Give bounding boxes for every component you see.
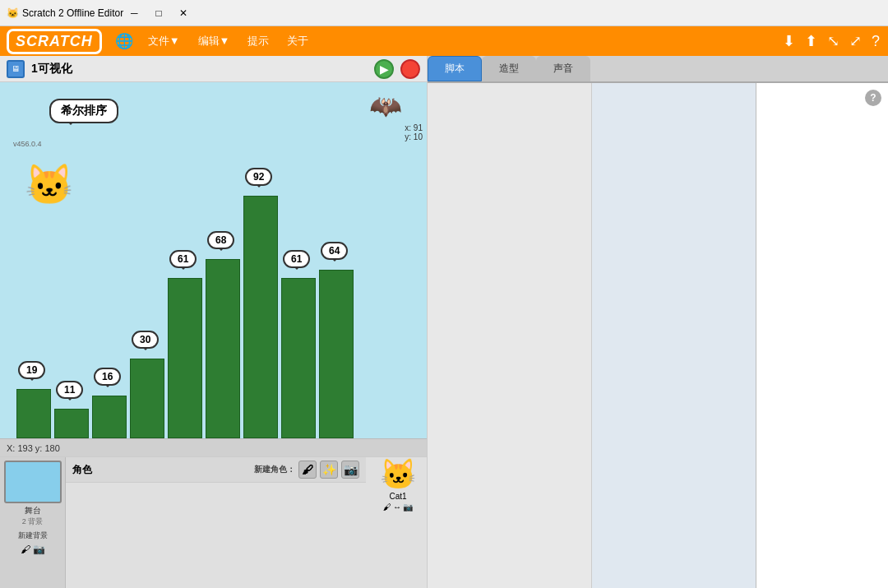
chart-value-bubble: 92 <box>245 168 272 186</box>
chart-value-bubble: 16 <box>94 368 121 386</box>
tab-script[interactable]: 脚本 <box>428 56 482 81</box>
sprite-name: 1可视化 <box>31 62 368 76</box>
chart-bar <box>319 270 354 438</box>
shrink-icon[interactable]: ⤢ <box>848 30 863 52</box>
new-background-button[interactable]: 新建背景 <box>18 530 48 541</box>
bar-group: 92 <box>243 196 278 438</box>
stage-thumbnail: 舞台 2 背景 新建背景 🖌 📷 <box>0 457 66 588</box>
chart-value-bubble: 11 <box>56 381 83 399</box>
sprites-header: 角色 新建角色： 🖌 ✨ 📷 <box>66 457 366 483</box>
bar-group: 19 <box>16 389 51 438</box>
tab-costume[interactable]: 造型 <box>482 56 536 81</box>
minimize-button[interactable]: ─ <box>123 5 145 21</box>
new-sprite-buttons: 新建角色： 🖌 ✨ 📷 <box>254 461 359 479</box>
window-controls: ─ □ ✕ <box>123 5 194 21</box>
right-panel: 脚本 造型 声音 ? <box>428 56 888 588</box>
stop-button[interactable] <box>400 59 420 79</box>
sprite-icon: 🖥 <box>7 60 25 78</box>
bat-sprite: 🦇 <box>369 90 402 122</box>
cat-action-icons: 🖌 ↔ 📷 <box>383 502 413 512</box>
chart-value-bubble: 64 <box>321 242 348 260</box>
bar-group: 30 <box>130 359 164 438</box>
scripts-workspace[interactable]: ? <box>756 83 888 588</box>
expand-icon[interactable]: ⤡ <box>826 30 841 52</box>
new-sprite-photo-button[interactable]: 📷 <box>341 461 359 479</box>
scratch-logo: SCRATCH <box>7 29 102 54</box>
cat-photo-icon[interactable]: 📷 <box>403 502 413 512</box>
coordinates-bar: X: 193 y: 180 <box>0 438 427 456</box>
about-menu[interactable]: 关于 <box>279 30 317 52</box>
chart-value-bubble: 19 <box>18 361 45 379</box>
stage-label: 舞台 <box>25 505 41 516</box>
stage-header: 🖥 1可视化 ▶ <box>0 56 427 82</box>
cat-arrow-icon[interactable]: ↔ <box>393 502 401 512</box>
blocks-palette <box>592 83 756 588</box>
left-panel: 🖥 1可视化 ▶ v456.0.4 希尔排序 🐱 🦇 x: 91 y: 10 1… <box>0 56 428 588</box>
help-icon[interactable]: ? <box>870 31 881 52</box>
bar-group: 64 <box>319 270 354 438</box>
categories-panel <box>428 83 592 588</box>
stage-canvas: v456.0.4 希尔排序 🐱 🦇 x: 91 y: 10 1911163061… <box>0 82 427 438</box>
bar-group: 61 <box>168 278 202 438</box>
edit-menu[interactable]: 编辑▼ <box>190 30 238 52</box>
hil-sort-bubble: 希尔排序 <box>49 99 118 123</box>
new-sprite-wand-button[interactable]: ✨ <box>320 461 338 479</box>
stage-sub-label: 2 背景 <box>22 516 44 527</box>
bar-group: 11 <box>54 409 89 438</box>
cat1-label: Cat1 <box>389 492 406 501</box>
maximize-button[interactable]: □ <box>148 5 169 21</box>
bar-group: 68 <box>206 259 240 438</box>
bat-coordinates: x: 91 y: 10 <box>405 123 423 141</box>
chart-value-bubble: 61 <box>169 250 197 268</box>
chart-bar <box>243 196 278 438</box>
sprites-panel: 角色 新建角色： 🖌 ✨ 📷 <box>66 457 366 588</box>
new-bg-photo-icon[interactable]: 📷 <box>33 544 45 555</box>
bar-group: 16 <box>92 396 127 438</box>
app-icon: 🐱 <box>7 7 19 19</box>
bar-chart: 191116306168926164 <box>0 175 427 438</box>
blocks-area: ? <box>428 83 888 588</box>
chart-bar <box>92 396 127 438</box>
stage-thumb-image <box>4 461 62 503</box>
chart-bar <box>281 278 316 438</box>
green-flag-button[interactable]: ▶ <box>374 59 394 79</box>
version-label: v456.0.4 <box>13 140 42 148</box>
file-menu[interactable]: 文件▼ <box>140 30 188 52</box>
workspace-help-icon[interactable]: ? <box>865 90 881 106</box>
main-content: 🖥 1可视化 ▶ v456.0.4 希尔排序 🐱 🦇 x: 91 y: 10 1… <box>0 56 888 588</box>
chart-bar <box>16 389 51 438</box>
cat1-sprite[interactable]: 🐱 <box>380 457 417 492</box>
script-tabs: 脚本 造型 声音 <box>428 56 888 83</box>
close-button[interactable]: ✕ <box>173 5 194 21</box>
bottom-panel: 舞台 2 背景 新建背景 🖌 📷 角色 新建角色： 🖌 ✨ 📷 <box>0 456 427 588</box>
download-icon[interactable]: ⬇ <box>781 30 797 52</box>
tips-menu[interactable]: 提示 <box>239 30 277 52</box>
tab-sound[interactable]: 声音 <box>536 56 590 81</box>
app-title: Scratch 2 Offline Editor <box>22 7 123 19</box>
new-sprite-paint-button[interactable]: 🖌 <box>298 461 317 479</box>
new-bg-paint-icon[interactable]: 🖌 <box>21 544 30 555</box>
upload-icon[interactable]: ⬆ <box>803 30 819 52</box>
titlebar: 🐱 Scratch 2 Offline Editor ─ □ ✕ <box>0 0 888 26</box>
chart-bar <box>130 359 164 438</box>
globe-button[interactable]: 🌐 <box>110 29 138 53</box>
chart-bar <box>206 259 240 438</box>
toolbar-icons: ⬇ ⬆ ⤡ ⤢ ? <box>781 30 881 52</box>
cat-sprite-area: 🐱 Cat1 🖌 ↔ 📷 <box>369 457 427 588</box>
chart-bar <box>54 409 89 438</box>
chart-value-bubble: 68 <box>207 231 234 249</box>
bar-group: 61 <box>281 278 316 438</box>
chart-value-bubble: 30 <box>132 331 159 349</box>
cat-paint-icon[interactable]: 🖌 <box>383 502 391 512</box>
chart-bar <box>168 278 202 438</box>
menubar: SCRATCH 🌐 文件▼ 编辑▼ 提示 关于 ⬇ ⬆ ⤡ ⤢ ? <box>0 26 888 56</box>
chart-value-bubble: 61 <box>283 250 310 268</box>
sprites-list <box>66 483 366 493</box>
